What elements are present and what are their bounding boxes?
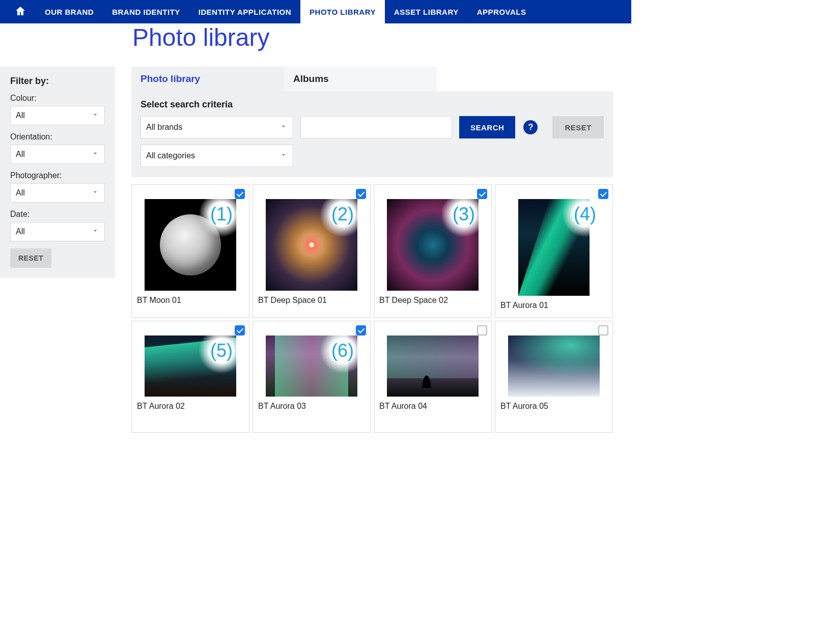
thumbnail-wrap: (1) — [137, 199, 244, 291]
help-button[interactable]: ? — [523, 120, 538, 134]
result-caption: BT Aurora 02 — [137, 402, 244, 411]
category-select-value: All categories — [146, 151, 195, 160]
filter-label: Orientation: — [10, 132, 105, 142]
filter-heading: Filter by: — [10, 76, 105, 87]
nav-item-approvals[interactable]: APPROVALS — [468, 0, 536, 23]
result-card[interactable]: (1)BT Moon 01 — [131, 184, 249, 318]
result-caption: BT Deep Space 02 — [379, 296, 486, 305]
filter-value: All — [16, 188, 25, 198]
filter-group: Date:All — [10, 210, 105, 241]
thumbnail-wrap: (5) — [137, 335, 244, 397]
result-card[interactable]: BT Aurora 05 — [495, 321, 613, 433]
selection-number-badge: (4) — [563, 192, 607, 237]
tab-albums[interactable]: Albums — [284, 67, 437, 91]
filter-group: Colour:All — [10, 94, 105, 125]
home-icon — [14, 5, 26, 19]
thumbnail[interactable] — [508, 335, 600, 397]
result-caption: BT Deep Space 01 — [258, 296, 365, 305]
filter-sidebar: Filter by: Colour:AllOrientation:AllPhot… — [0, 67, 115, 278]
selection-number-badge: (5) — [199, 328, 244, 373]
chevron-down-icon — [91, 188, 99, 198]
result-caption: BT Aurora 03 — [258, 402, 365, 411]
filter-select-colour[interactable]: All — [10, 106, 105, 125]
filter-group: Photographer:All — [10, 171, 105, 203]
selection-number-badge: (6) — [320, 328, 365, 373]
tabs: Photo libraryAlbums — [131, 67, 613, 91]
search-heading: Select search criteria — [141, 99, 604, 110]
content-area: Photo libraryAlbums Select search criter… — [131, 67, 631, 433]
search-button[interactable]: SEARCH — [459, 116, 515, 138]
result-caption: BT Aurora 01 — [500, 301, 607, 310]
chevron-down-icon — [279, 151, 288, 161]
filter-label: Date: — [10, 210, 105, 219]
search-input[interactable] — [300, 116, 452, 138]
select-checkbox[interactable] — [477, 325, 487, 335]
chevron-down-icon — [91, 149, 99, 159]
nav-item-asset-library[interactable]: ASSET LIBRARY — [385, 0, 468, 23]
results-grid: (1)BT Moon 01(2)BT Deep Space 01(3)BT De… — [131, 184, 613, 433]
search-panel: Select search criteria All brands SEARCH… — [131, 91, 613, 177]
result-card[interactable]: (3)BT Deep Space 02 — [374, 184, 492, 318]
result-card[interactable]: (4)BT Aurora 01 — [495, 184, 613, 318]
nav-item-photo-library[interactable]: PHOTO LIBRARY — [300, 0, 385, 23]
brand-select[interactable]: All brands — [141, 116, 293, 138]
chevron-down-icon — [279, 122, 288, 132]
filter-select-date[interactable]: All — [10, 222, 105, 241]
search-reset-button[interactable]: RESET — [552, 116, 604, 138]
filter-label: Photographer: — [10, 171, 105, 180]
selection-number-badge: (2) — [320, 192, 365, 237]
thumbnail-wrap: (3) — [379, 199, 486, 291]
filter-value: All — [16, 227, 25, 236]
filter-select-orientation[interactable]: All — [10, 145, 105, 164]
thumbnail-wrap — [500, 335, 607, 397]
result-card[interactable]: (2)BT Deep Space 01 — [253, 184, 371, 318]
filter-group: Orientation:All — [10, 132, 105, 164]
thumbnail-wrap: (4) — [500, 199, 607, 296]
filter-value: All — [16, 150, 25, 159]
brand-select-value: All brands — [146, 123, 182, 132]
result-caption: BT Aurora 04 — [379, 402, 486, 411]
selection-number-badge: (3) — [441, 192, 486, 237]
top-nav: OUR BRANDBRAND IDENTITYIDENTITY APPLICAT… — [0, 0, 631, 23]
chevron-down-icon — [91, 110, 99, 121]
sidebar-reset-button[interactable]: RESET — [10, 248, 51, 268]
tab-photo-library[interactable]: Photo library — [131, 67, 284, 91]
result-card[interactable]: (6)BT Aurora 03 — [253, 321, 371, 433]
filter-select-photographer[interactable]: All — [10, 183, 105, 203]
filter-value: All — [16, 111, 25, 120]
filter-label: Colour: — [10, 94, 105, 103]
nav-item-brand-identity[interactable]: BRAND IDENTITY — [103, 0, 189, 23]
nav-home[interactable] — [5, 0, 36, 23]
thumbnail-wrap: (6) — [258, 335, 365, 397]
result-caption: BT Moon 01 — [137, 296, 244, 305]
thumbnail-wrap: (2) — [258, 199, 365, 291]
result-caption: BT Aurora 05 — [500, 402, 607, 411]
thumbnail[interactable] — [387, 335, 479, 397]
selection-number-badge: (1) — [199, 192, 244, 237]
result-card[interactable]: (5)BT Aurora 02 — [131, 321, 249, 433]
select-checkbox[interactable] — [598, 325, 608, 335]
category-select[interactable]: All categories — [141, 145, 293, 167]
thumbnail-wrap — [379, 335, 486, 397]
nav-item-our-brand[interactable]: OUR BRAND — [36, 0, 103, 23]
chevron-down-icon — [91, 227, 99, 237]
nav-item-identity-application[interactable]: IDENTITY APPLICATION — [189, 0, 300, 23]
result-card[interactable]: BT Aurora 04 — [374, 321, 492, 433]
page-title: Photo library — [132, 23, 631, 51]
